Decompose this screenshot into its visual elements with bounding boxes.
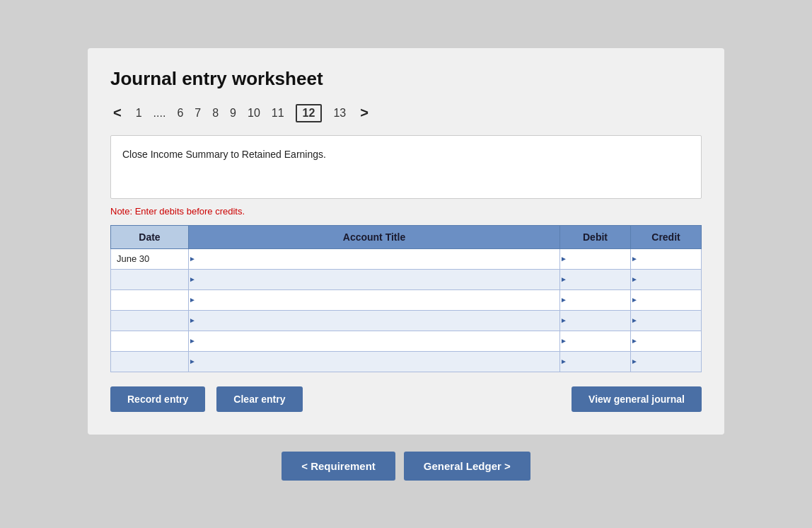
credit-cell[interactable]: ► (631, 289, 702, 310)
cell-arrow-icon: ► (631, 249, 638, 269)
cell-arrow-icon: ► (560, 249, 567, 269)
page-12-active[interactable]: 12 (296, 104, 323, 122)
cell-arrow-icon: ► (631, 352, 638, 372)
account-title-input[interactable] (196, 249, 559, 269)
debit-input[interactable] (567, 290, 630, 310)
credit-input[interactable] (638, 331, 701, 351)
page-title: Journal entry worksheet (110, 68, 702, 90)
journal-table: Date Account Title Debit Credit June 30►… (110, 225, 702, 372)
table-row: ►►► (111, 331, 702, 351)
date-cell (111, 310, 189, 331)
account-title-input[interactable] (196, 270, 559, 289)
debit-cell[interactable]: ► (560, 248, 631, 269)
page-11[interactable]: 11 (272, 107, 284, 120)
account-title-input[interactable] (196, 352, 559, 372)
page-6[interactable]: 6 (177, 107, 183, 120)
account-title-input[interactable] (196, 311, 559, 331)
cell-arrow-icon: ► (560, 270, 567, 289)
view-general-journal-button[interactable]: View general journal (572, 386, 702, 412)
table-row: ►►► (111, 351, 702, 372)
account-title-cell[interactable]: ► (189, 310, 560, 331)
debit-input[interactable] (567, 311, 630, 331)
description-box: Close Income Summary to Retained Earning… (110, 135, 702, 199)
credit-cell[interactable]: ► (631, 248, 702, 269)
cell-arrow-icon: ► (189, 249, 196, 269)
cell-arrow-icon: ► (189, 352, 196, 372)
next-page-button[interactable]: > (357, 105, 371, 121)
cell-arrow-icon: ► (631, 270, 638, 289)
account-title-cell[interactable]: ► (189, 289, 560, 310)
cell-arrow-icon: ► (189, 311, 196, 331)
debit-cell[interactable]: ► (560, 289, 631, 310)
account-title-cell[interactable]: ► (189, 351, 560, 372)
account-title-input[interactable] (196, 331, 559, 351)
table-row: ►►► (111, 310, 702, 331)
page-ellipsis: .... (153, 107, 166, 120)
date-cell (111, 331, 189, 351)
page-10[interactable]: 10 (248, 107, 260, 120)
cell-arrow-icon: ► (631, 290, 638, 310)
credit-cell[interactable]: ► (631, 310, 702, 331)
note-text: Note: Enter debits before credits. (110, 206, 702, 217)
table-row: ►►► (111, 289, 702, 310)
credit-input[interactable] (638, 249, 701, 269)
journal-entry-worksheet-card: Journal entry worksheet < 1 .... 6 7 8 9… (88, 48, 724, 435)
credit-input[interactable] (638, 352, 701, 372)
date-cell: June 30 (111, 248, 189, 269)
page-7[interactable]: 7 (195, 107, 201, 120)
credit-cell[interactable]: ► (631, 351, 702, 372)
debit-cell[interactable]: ► (560, 351, 631, 372)
date-cell (111, 269, 189, 289)
debit-cell[interactable]: ► (560, 331, 631, 351)
page-8[interactable]: 8 (212, 107, 219, 120)
cell-arrow-icon: ► (560, 352, 567, 372)
page-9[interactable]: 9 (230, 107, 236, 120)
credit-input[interactable] (638, 290, 701, 310)
col-header-debit: Debit (560, 225, 631, 248)
cell-arrow-icon: ► (560, 311, 567, 331)
account-title-cell[interactable]: ► (189, 331, 560, 351)
table-row: ►►► (111, 269, 702, 289)
cell-arrow-icon: ► (189, 331, 196, 351)
action-buttons: Record entry Clear entry View general jo… (110, 386, 702, 412)
account-title-cell[interactable]: ► (189, 248, 560, 269)
clear-entry-button[interactable]: Clear entry (216, 386, 302, 412)
prev-page-button[interactable]: < (110, 105, 124, 121)
bottom-navigation: < Requirement General Ledger > (282, 452, 530, 481)
debit-cell[interactable]: ► (560, 310, 631, 331)
record-entry-button[interactable]: Record entry (110, 386, 205, 412)
date-cell (111, 289, 189, 310)
credit-cell[interactable]: ► (631, 331, 702, 351)
debit-input[interactable] (567, 249, 630, 269)
description-text: Close Income Summary to Retained Earning… (122, 149, 326, 160)
col-header-credit: Credit (631, 225, 702, 248)
cell-arrow-icon: ► (189, 270, 196, 289)
debit-input[interactable] (567, 331, 630, 351)
debit-cell[interactable]: ► (560, 269, 631, 289)
col-header-account: Account Title (189, 225, 560, 248)
page-13[interactable]: 13 (333, 107, 346, 120)
credit-input[interactable] (638, 270, 701, 289)
cell-arrow-icon: ► (189, 290, 196, 310)
credit-cell[interactable]: ► (631, 269, 702, 289)
page-1[interactable]: 1 (136, 107, 142, 120)
general-ledger-button[interactable]: General Ledger > (404, 452, 530, 481)
pagination: < 1 .... 6 7 8 9 10 11 12 13 > (110, 104, 702, 122)
table-row: June 30►►► (111, 248, 702, 269)
account-title-cell[interactable]: ► (189, 269, 560, 289)
cell-arrow-icon: ► (631, 311, 638, 331)
debit-input[interactable] (567, 352, 630, 372)
credit-input[interactable] (638, 311, 701, 331)
debit-input[interactable] (567, 270, 630, 289)
date-cell (111, 351, 189, 372)
requirement-button[interactable]: < Requirement (282, 452, 395, 481)
col-header-date: Date (111, 225, 189, 248)
cell-arrow-icon: ► (560, 331, 567, 351)
cell-arrow-icon: ► (560, 290, 567, 310)
cell-arrow-icon: ► (631, 331, 638, 351)
account-title-input[interactable] (196, 290, 559, 310)
